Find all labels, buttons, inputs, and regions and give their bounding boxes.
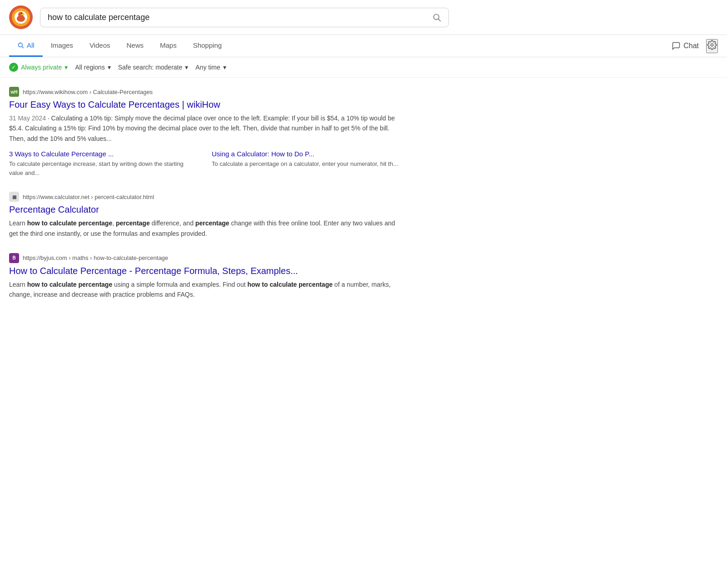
regions-dropdown-icon: ▾	[108, 64, 111, 71]
sub-link-desc: To calculate percentage increase, start …	[9, 159, 197, 177]
search-input[interactable]: how to calculate percentage	[48, 13, 432, 22]
result-date: 31 May 2024	[9, 115, 46, 122]
sub-links: 3 Ways to Calculate Percentage ... To ca…	[9, 150, 400, 177]
safe-search-filter[interactable]: Safe search: moderate ▾	[118, 64, 189, 71]
result-item: B https://byjus.com › maths › how-to-cal…	[9, 253, 400, 300]
result-url-line: ▦ https://www.calculator.net › percent-c…	[9, 192, 400, 202]
result-snippet: Learn how to calculate percentage, perce…	[9, 218, 400, 239]
svg-line-8	[438, 19, 441, 21]
search-button[interactable]	[432, 13, 441, 22]
result-title[interactable]: How to Calculate Percentage - Percentage…	[9, 265, 400, 277]
tab-videos[interactable]: Videos	[81, 35, 119, 57]
filters-bar: ✓ Always private ▾ All regions ▾ Safe se…	[0, 57, 727, 78]
private-filter[interactable]: ✓ Always private ▾	[9, 63, 68, 72]
sub-link-desc: To calculate a percentage on a calculato…	[212, 159, 400, 169]
svg-point-11	[711, 44, 713, 46]
sub-link-title[interactable]: 3 Ways to Calculate Percentage ...	[9, 150, 197, 158]
result-title[interactable]: Four Easy Ways to Calculate Percentages …	[9, 99, 400, 110]
nav-right: Chat	[672, 39, 718, 53]
svg-point-6	[21, 13, 22, 14]
sub-link-title[interactable]: Using a Calculator: How to Do P...	[212, 150, 400, 158]
result-snippet: Learn how to calculate percentage using …	[9, 279, 400, 300]
svg-line-10	[22, 46, 23, 48]
result-favicon: B	[9, 253, 19, 263]
chat-button[interactable]: Chat	[672, 41, 699, 50]
tab-images[interactable]: Images	[43, 35, 81, 57]
result-item: wH https://www.wikihow.com › Calculate-P…	[9, 87, 400, 177]
private-dropdown-icon: ▾	[65, 64, 68, 71]
nav-bar: All Images Videos News Maps Shopping Cha…	[0, 35, 727, 57]
result-favicon: ▦	[9, 192, 19, 202]
result-url-line: B https://byjus.com › maths › how-to-cal…	[9, 253, 400, 263]
time-dropdown-icon: ▾	[223, 64, 226, 71]
time-filter[interactable]: Any time ▾	[195, 64, 226, 71]
svg-point-9	[19, 43, 23, 47]
tab-news[interactable]: News	[118, 35, 152, 57]
tab-shopping[interactable]: Shopping	[185, 35, 230, 57]
sub-link-col: Using a Calculator: How to Do P... To ca…	[212, 150, 400, 177]
result-url: https://www.calculator.net › percent-cal…	[23, 194, 154, 200]
private-check-icon: ✓	[9, 63, 18, 72]
result-url-line: wH https://www.wikihow.com › Calculate-P…	[9, 87, 400, 97]
settings-button[interactable]	[706, 39, 718, 53]
regions-filter[interactable]: All regions ▾	[75, 64, 110, 71]
header: how to calculate percentage	[0, 0, 727, 35]
logo[interactable]	[9, 5, 33, 29]
result-url: https://www.wikihow.com › Calculate-Perc…	[23, 89, 153, 95]
search-bar: how to calculate percentage	[40, 8, 449, 27]
results-container: wH https://www.wikihow.com › Calculate-P…	[0, 78, 409, 324]
tab-all[interactable]: All	[9, 35, 43, 57]
safe-search-dropdown-icon: ▾	[185, 64, 188, 71]
result-favicon: wH	[9, 87, 19, 97]
result-url: https://byjus.com › maths › how-to-calcu…	[23, 254, 168, 261]
tab-maps[interactable]: Maps	[152, 35, 185, 57]
sub-link-col: 3 Ways to Calculate Percentage ... To ca…	[9, 150, 197, 177]
result-snippet: 31 May 2024 · Calculating a 10% tip: Sim…	[9, 113, 400, 144]
nav-tabs: All Images Videos News Maps Shopping	[9, 35, 670, 57]
result-title[interactable]: Percentage Calculator	[9, 204, 400, 215]
result-item: ▦ https://www.calculator.net › percent-c…	[9, 192, 400, 239]
